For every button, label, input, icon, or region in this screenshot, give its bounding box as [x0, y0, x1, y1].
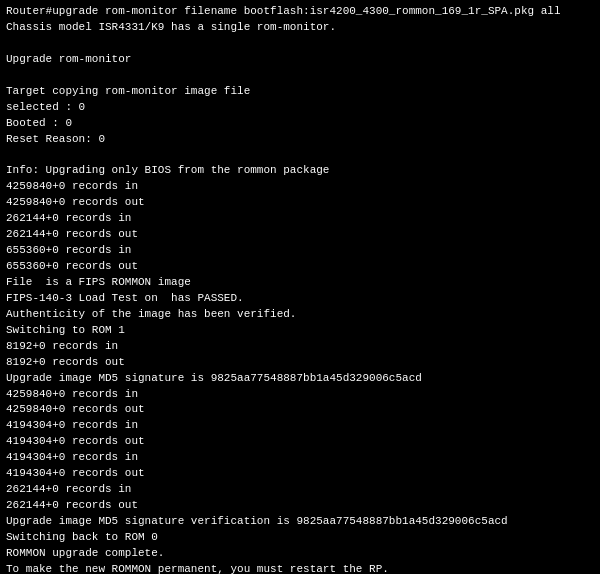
terminal-line: 4259840+0 records out — [6, 402, 594, 418]
terminal-line: FIPS-140-3 Load Test on has PASSED. — [6, 291, 594, 307]
terminal-line: 4259840+0 records out — [6, 195, 594, 211]
terminal-line: Reset Reason: 0 — [6, 132, 594, 148]
terminal-line: ROMMON upgrade complete. — [6, 546, 594, 562]
terminal-line: selected : 0 — [6, 100, 594, 116]
terminal-line: Target copying rom-monitor image file — [6, 84, 594, 100]
terminal-line: 262144+0 records out — [6, 227, 594, 243]
terminal-line: 262144+0 records in — [6, 211, 594, 227]
terminal-line: Router#upgrade rom-monitor filename boot… — [6, 4, 594, 20]
terminal-line: 4259840+0 records in — [6, 387, 594, 403]
terminal-line: Upgrade rom-monitor — [6, 52, 594, 68]
terminal-line: Booted : 0 — [6, 116, 594, 132]
terminal-window: Router#upgrade rom-monitor filename boot… — [0, 0, 600, 574]
terminal-line: Upgrade image MD5 signature verification… — [6, 514, 594, 530]
terminal-line: 655360+0 records out — [6, 259, 594, 275]
terminal-line: Upgrade image MD5 signature is 9825aa775… — [6, 371, 594, 387]
terminal-line: Chassis model ISR4331/K9 has a single ro… — [6, 20, 594, 36]
terminal-line: 4194304+0 records out — [6, 466, 594, 482]
terminal-line: Switching to ROM 1 — [6, 323, 594, 339]
terminal-line: 4194304+0 records in — [6, 450, 594, 466]
terminal-line: Switching back to ROM 0 — [6, 530, 594, 546]
terminal-line: 4194304+0 records in — [6, 418, 594, 434]
terminal-line: 262144+0 records in — [6, 482, 594, 498]
terminal-line: 655360+0 records in — [6, 243, 594, 259]
terminal-line: 8192+0 records in — [6, 339, 594, 355]
terminal-line: Authenticity of the image has been verif… — [6, 307, 594, 323]
terminal-line — [6, 68, 594, 84]
terminal-line: Info: Upgrading only BIOS from the rommo… — [6, 163, 594, 179]
terminal-line: 8192+0 records out — [6, 355, 594, 371]
terminal-line: 4259840+0 records in — [6, 179, 594, 195]
terminal-line: 4194304+0 records out — [6, 434, 594, 450]
terminal-line: To make the new ROMMON permanent, you mu… — [6, 562, 594, 574]
terminal-line: 262144+0 records out — [6, 498, 594, 514]
terminal-line: File is a FIPS ROMMON image — [6, 275, 594, 291]
terminal-line — [6, 147, 594, 163]
terminal-line — [6, 36, 594, 52]
